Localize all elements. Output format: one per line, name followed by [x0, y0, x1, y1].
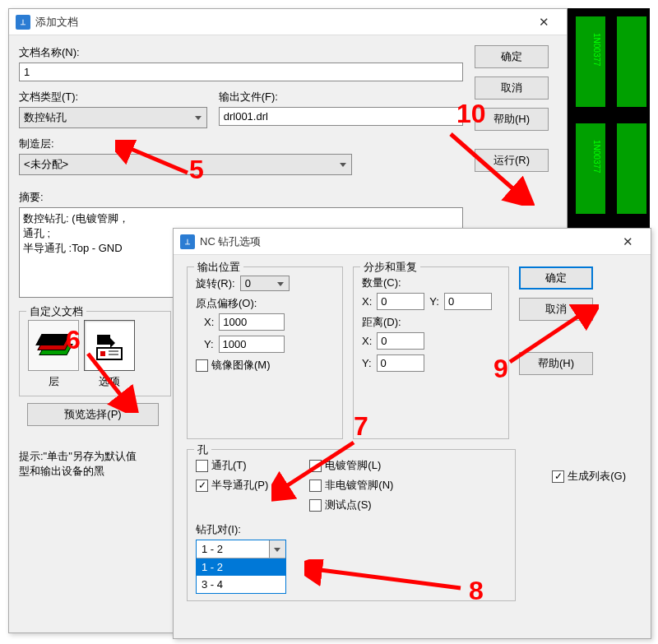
checkbox-box: ✓ — [196, 480, 208, 492]
mirror-label: 镜像图像(M) — [211, 358, 271, 373]
options-button-label: 选项 — [84, 374, 135, 389]
output-file-input[interactable] — [219, 107, 463, 126]
pcb-part-label: 1N00377 — [592, 140, 601, 174]
nonplated-label: 非电镀管脚(N) — [325, 478, 393, 493]
layers-icon — [37, 329, 70, 362]
preview-button[interactable]: 预览选择(P) — [27, 403, 159, 426]
partial-label: 半导通孔(P) — [211, 478, 268, 493]
doc-type-label: 文档类型(T): — [19, 90, 207, 104]
drill-pair-option[interactable]: 1 - 2 — [197, 558, 285, 576]
dist-y-input[interactable] — [377, 354, 424, 372]
pcb-background: 1N00377 1N00377 — [568, 8, 650, 239]
drill-pair-value: 1 - 2 — [202, 543, 223, 555]
y-label: Y: — [362, 357, 372, 369]
nonplated-checkbox[interactable]: 非电镀管脚(N) — [309, 478, 393, 493]
checkbox-box — [196, 460, 208, 472]
checkbox-box — [196, 359, 208, 372]
nc-drill-options-dialog: ⟂ NC 钻孔选项 ✕ 输出位置 旋转(R): 0 原点偏移(O): X: Y: — [173, 228, 651, 639]
count-label: 数量(C): — [362, 276, 500, 290]
fab-layer-combo[interactable]: <未分配> — [19, 154, 352, 175]
svg-rect-1 — [100, 351, 105, 356]
plated-checkbox[interactable]: 电镀管脚(L) — [309, 458, 393, 473]
drill-pair-list: 1 - 2 3 - 4 — [197, 558, 285, 593]
testpoint-checkbox[interactable]: 测试点(S) — [309, 498, 393, 512]
checkbox-box: ✓ — [552, 470, 564, 483]
y-label: Y: — [204, 338, 214, 350]
layer-button-label: 层 — [28, 374, 79, 389]
origin-y-input[interactable] — [219, 336, 285, 353]
app-icon: ⟂ — [16, 15, 30, 30]
fab-layer-label: 制造层: — [19, 137, 463, 151]
x-label: X: — [204, 316, 214, 328]
options-button[interactable] — [84, 320, 135, 371]
partial-hole-checkbox[interactable]: ✓ 半导通孔(P) — [196, 478, 268, 493]
titlebar: ⟂ 添加文档 ✕ — [9, 9, 567, 35]
run-button[interactable]: 运行(R) — [475, 149, 549, 172]
dist-x-input[interactable] — [377, 332, 424, 350]
cancel-button[interactable]: 取消 — [519, 298, 593, 321]
origin-x-input[interactable] — [219, 313, 285, 331]
custom-doc-group-title: 自定义文档 — [26, 304, 86, 319]
fab-layer-value: <未分配> — [24, 158, 68, 170]
cancel-button[interactable]: 取消 — [475, 76, 549, 100]
layer-button[interactable] — [28, 320, 79, 371]
close-icon[interactable]: ✕ — [611, 229, 644, 254]
ok-button[interactable]: 确定 — [475, 45, 549, 68]
options-hand-icon — [92, 328, 127, 363]
through-label: 通孔(T) — [211, 458, 247, 473]
dist-label: 距离(D): — [362, 315, 500, 330]
doc-name-input[interactable] — [19, 63, 463, 81]
x-label: X: — [362, 295, 372, 308]
x-label: X: — [362, 335, 372, 347]
output-file-label: 输出文件(F): — [219, 90, 463, 104]
y-label: Y: — [429, 295, 439, 308]
count-x-input[interactable] — [377, 293, 424, 310]
generate-list-label: 生成列表(G) — [568, 469, 626, 484]
app-icon: ⟂ — [180, 234, 195, 249]
help-button[interactable]: 帮助(H) — [519, 352, 593, 375]
test-label: 测试点(S) — [325, 498, 371, 512]
generate-list-checkbox[interactable]: ✓ 生成列表(G) — [552, 469, 626, 484]
checkbox-box — [309, 480, 322, 492]
titlebar: ⟂ NC 钻孔选项 ✕ — [174, 229, 651, 255]
rotate-label: 旋转(R): — [196, 276, 235, 291]
step-group-title: 分步和重复 — [360, 260, 420, 275]
help-button[interactable]: 帮助(H) — [475, 108, 549, 131]
through-hole-checkbox[interactable]: 通孔(T) — [196, 458, 268, 473]
close-icon[interactable]: ✕ — [527, 10, 560, 35]
origin-label: 原点偏移(O): — [196, 296, 334, 311]
mirror-checkbox[interactable]: 镜像图像(M) — [196, 358, 271, 373]
output-group-title: 输出位置 — [194, 260, 243, 275]
checkbox-box — [309, 460, 322, 472]
drill-pair-label: 钻孔对(I): — [196, 522, 507, 537]
ok-button[interactable]: 确定 — [519, 266, 593, 290]
dialog-title: 添加文档 — [35, 15, 527, 30]
doc-type-combo[interactable]: 数控钻孔 — [19, 107, 207, 128]
dialog-title: NC 钻孔选项 — [200, 234, 611, 249]
doc-type-value: 数控钻孔 — [24, 111, 67, 123]
checkbox-box — [309, 499, 322, 512]
plated-label: 电镀管脚(L) — [325, 458, 381, 473]
doc-name-label: 文档名称(N): — [19, 45, 463, 60]
drill-pair-option[interactable]: 3 - 4 — [197, 576, 285, 593]
drill-pair-dropdown[interactable]: 1 - 2 1 - 2 3 - 4 — [196, 540, 286, 594]
pcb-part-label: 1N00377 — [592, 33, 601, 67]
summary-label: 摘要: — [19, 190, 463, 205]
rotate-combo[interactable]: 0 — [240, 276, 290, 291]
count-y-input[interactable] — [444, 293, 492, 310]
holes-group-title: 孔 — [194, 442, 211, 457]
